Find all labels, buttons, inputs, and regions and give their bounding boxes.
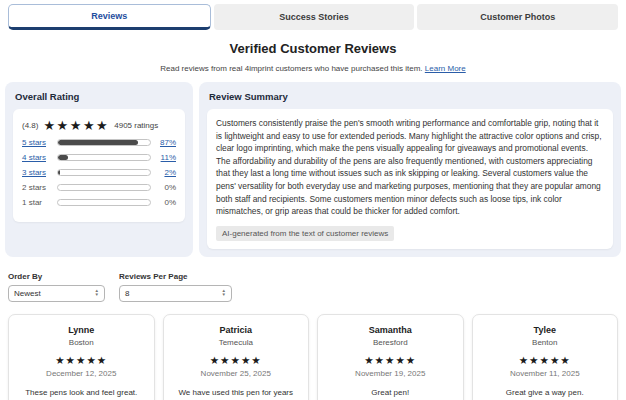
reviewer-name: Tylee (482, 325, 609, 335)
review-date: November 19, 2025 (327, 369, 454, 378)
star-rating-icon: ★★★★★ (43, 119, 109, 132)
reviewer-city: Beresford (327, 338, 454, 347)
review-text: These pens look and feel great. Perfect … (18, 387, 145, 400)
star-filter-link-5[interactable]: 5 stars (22, 138, 52, 147)
rating-bar-row-4: 4 stars 11% (22, 153, 176, 162)
rating-bar-track (57, 199, 151, 206)
star-pct-label-1: 0% (156, 198, 176, 207)
review-controls: Order By Newest ▲▼ Reviews Per Page 8 ▲▼ (8, 272, 618, 302)
review-card-3: Samantha Beresford ★★★★★ November 19, 20… (317, 314, 464, 400)
rating-bar-row-2: 2 stars 0% (22, 183, 176, 192)
star-rating-icon: ★★★★★ (482, 355, 609, 366)
rating-bar-track (57, 169, 151, 176)
per-page-select[interactable]: 8 ▲▼ (119, 285, 232, 302)
review-text: We have used this pen for years and it w… (173, 387, 300, 400)
learn-more-link[interactable]: Learn More (425, 64, 466, 73)
rating-bar-fill (58, 170, 60, 175)
overall-rating-card: (4.8) ★★★★★ 4905 ratings 5 stars 87% 4 s… (13, 109, 185, 222)
review-card-2: Patricia Temecula ★★★★★ November 25, 202… (163, 314, 310, 400)
tab-bar: Reviews Success Stories Customer Photos (0, 0, 626, 30)
review-summary-card: Customers consistently praise the pen's … (207, 109, 613, 249)
rating-bar-track (57, 139, 151, 146)
ai-generated-badge: AI-generated from the text of customer r… (216, 226, 394, 241)
star-rating-icon: ★★★★★ (327, 355, 454, 366)
review-text: Great pen! (327, 387, 454, 399)
review-text: Great give a way pen. (482, 387, 609, 399)
star-rating-icon: ★★★★★ (18, 355, 145, 366)
review-cards: Lynne Boston ★★★★★ December 12, 2025 The… (8, 314, 618, 400)
ratings-count: 4905 ratings (114, 121, 158, 130)
order-by-label: Order By (8, 272, 105, 281)
review-date: December 12, 2025 (18, 369, 145, 378)
review-card-4: Tylee Benton ★★★★★ November 11, 2025 Gre… (472, 314, 619, 400)
star-filter-link-4[interactable]: 4 stars (22, 153, 52, 162)
reviewer-name: Samantha (327, 325, 454, 335)
subtitle-text: Read reviews from real 4imprint customer… (160, 64, 422, 73)
order-by-value: Newest (14, 289, 41, 298)
rating-bar-row-5: 5 stars 87% (22, 138, 176, 147)
reviewer-city: Temecula (173, 338, 300, 347)
reviewer-name: Lynne (18, 325, 145, 335)
overall-rating-panel: Overall Rating (4.8) ★★★★★ 4905 ratings … (5, 82, 193, 257)
reviewer-city: Benton (482, 338, 609, 347)
reviews-page: Reviews Success Stories Customer Photos … (0, 0, 626, 400)
rating-bar-fill (58, 140, 138, 145)
rating-bar-track (57, 184, 151, 191)
rating-bar-fill (58, 155, 68, 160)
rating-bar-row-3: 3 stars 2% (22, 168, 176, 177)
page-title: Verified Customer Reviews (0, 41, 626, 56)
summary-panels: Overall Rating (4.8) ★★★★★ 4905 ratings … (5, 82, 621, 257)
select-chevrons-icon: ▲▼ (222, 289, 226, 297)
review-card-1: Lynne Boston ★★★★★ December 12, 2025 The… (8, 314, 155, 400)
star-rating-icon: ★★★★★ (173, 355, 300, 366)
star-pct-link-3[interactable]: 2% (156, 168, 176, 177)
review-summary-title: Review Summary (209, 91, 613, 102)
review-summary-text: Customers consistently praise the pen's … (216, 117, 604, 218)
select-chevrons-icon: ▲▼ (95, 289, 99, 297)
order-by-select[interactable]: Newest ▲▼ (8, 285, 105, 302)
rating-bar-track (57, 154, 151, 161)
tab-success-stories[interactable]: Success Stories (214, 4, 415, 30)
star-pct-label-2: 0% (156, 183, 176, 192)
star-pct-link-4[interactable]: 11% (156, 153, 176, 162)
star-filter-link-3[interactable]: 3 stars (22, 168, 52, 177)
page-subtitle: Read reviews from real 4imprint customer… (0, 64, 626, 73)
per-page-label: Reviews Per Page (119, 272, 232, 281)
star-filter-label-2: 2 stars (22, 183, 52, 192)
reviewer-city: Boston (18, 338, 145, 347)
per-page-value: 8 (125, 289, 129, 298)
tab-reviews[interactable]: Reviews (8, 4, 211, 30)
rating-score: (4.8) (22, 121, 38, 130)
tab-customer-photos[interactable]: Customer Photos (417, 4, 618, 30)
review-date: November 11, 2025 (482, 369, 609, 378)
rating-bar-row-1: 1 star 0% (22, 198, 176, 207)
per-page-control: Reviews Per Page 8 ▲▼ (119, 272, 232, 302)
reviewer-name: Patricia (173, 325, 300, 335)
review-date: November 25, 2025 (173, 369, 300, 378)
order-by-control: Order By Newest ▲▼ (8, 272, 105, 302)
star-pct-link-5[interactable]: 87% (156, 138, 176, 147)
rating-line: (4.8) ★★★★★ 4905 ratings (22, 119, 176, 132)
overall-rating-title: Overall Rating (15, 91, 185, 102)
star-filter-label-1: 1 star (22, 198, 52, 207)
review-summary-panel: Review Summary Customers consistently pr… (199, 82, 621, 257)
